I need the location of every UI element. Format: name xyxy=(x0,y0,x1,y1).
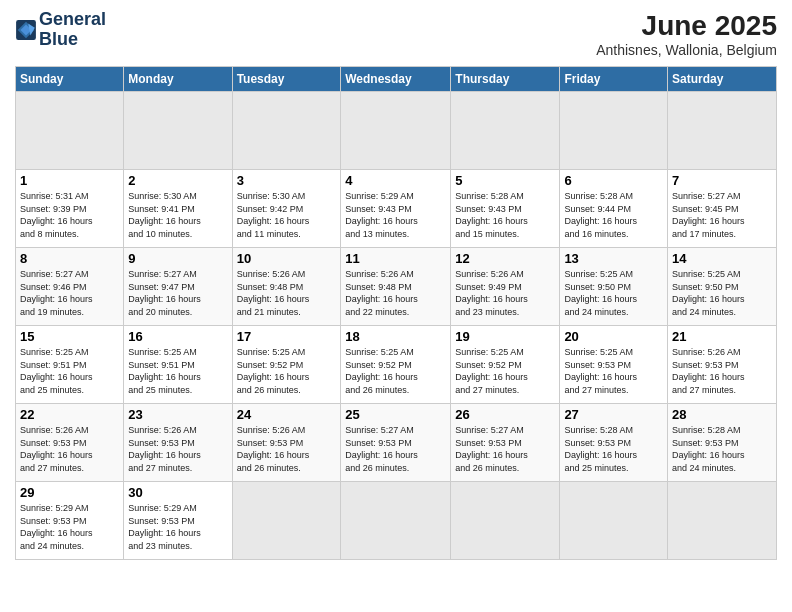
day-number: 23 xyxy=(128,407,227,422)
calendar-body: 1Sunrise: 5:31 AM Sunset: 9:39 PM Daylig… xyxy=(16,92,777,560)
day-info: Sunrise: 5:27 AM Sunset: 9:53 PM Dayligh… xyxy=(455,424,555,474)
day-info: Sunrise: 5:26 AM Sunset: 9:53 PM Dayligh… xyxy=(128,424,227,474)
day-info: Sunrise: 5:27 AM Sunset: 9:46 PM Dayligh… xyxy=(20,268,119,318)
calendar-cell: 27Sunrise: 5:28 AM Sunset: 9:53 PM Dayli… xyxy=(560,404,668,482)
day-info: Sunrise: 5:30 AM Sunset: 9:41 PM Dayligh… xyxy=(128,190,227,240)
header-row: Sunday Monday Tuesday Wednesday Thursday… xyxy=(16,67,777,92)
day-number: 13 xyxy=(564,251,663,266)
calendar-week-1: 1Sunrise: 5:31 AM Sunset: 9:39 PM Daylig… xyxy=(16,170,777,248)
calendar-cell xyxy=(668,92,777,170)
day-number: 2 xyxy=(128,173,227,188)
day-info: Sunrise: 5:29 AM Sunset: 9:53 PM Dayligh… xyxy=(20,502,119,552)
col-wednesday: Wednesday xyxy=(341,67,451,92)
calendar-cell: 21Sunrise: 5:26 AM Sunset: 9:53 PM Dayli… xyxy=(668,326,777,404)
calendar-cell xyxy=(16,92,124,170)
calendar-cell: 19Sunrise: 5:25 AM Sunset: 9:52 PM Dayli… xyxy=(451,326,560,404)
calendar-cell: 25Sunrise: 5:27 AM Sunset: 9:53 PM Dayli… xyxy=(341,404,451,482)
day-number: 27 xyxy=(564,407,663,422)
day-info: Sunrise: 5:27 AM Sunset: 9:53 PM Dayligh… xyxy=(345,424,446,474)
calendar-cell xyxy=(232,482,341,560)
day-info: Sunrise: 5:26 AM Sunset: 9:49 PM Dayligh… xyxy=(455,268,555,318)
col-friday: Friday xyxy=(560,67,668,92)
day-info: Sunrise: 5:25 AM Sunset: 9:51 PM Dayligh… xyxy=(20,346,119,396)
calendar-cell xyxy=(341,92,451,170)
day-number: 25 xyxy=(345,407,446,422)
calendar-cell: 18Sunrise: 5:25 AM Sunset: 9:52 PM Dayli… xyxy=(341,326,451,404)
day-number: 30 xyxy=(128,485,227,500)
day-info: Sunrise: 5:29 AM Sunset: 9:53 PM Dayligh… xyxy=(128,502,227,552)
day-number: 29 xyxy=(20,485,119,500)
day-number: 1 xyxy=(20,173,119,188)
calendar-cell: 9Sunrise: 5:27 AM Sunset: 9:47 PM Daylig… xyxy=(124,248,232,326)
day-number: 9 xyxy=(128,251,227,266)
day-number: 7 xyxy=(672,173,772,188)
calendar-cell: 13Sunrise: 5:25 AM Sunset: 9:50 PM Dayli… xyxy=(560,248,668,326)
day-number: 24 xyxy=(237,407,337,422)
calendar-cell: 14Sunrise: 5:25 AM Sunset: 9:50 PM Dayli… xyxy=(668,248,777,326)
day-info: Sunrise: 5:26 AM Sunset: 9:48 PM Dayligh… xyxy=(237,268,337,318)
calendar-cell: 29Sunrise: 5:29 AM Sunset: 9:53 PM Dayli… xyxy=(16,482,124,560)
calendar-cell: 17Sunrise: 5:25 AM Sunset: 9:52 PM Dayli… xyxy=(232,326,341,404)
day-info: Sunrise: 5:30 AM Sunset: 9:42 PM Dayligh… xyxy=(237,190,337,240)
day-number: 20 xyxy=(564,329,663,344)
page-container: General Blue June 2025 Anthisnes, Wallon… xyxy=(0,0,792,570)
col-thursday: Thursday xyxy=(451,67,560,92)
calendar-cell: 10Sunrise: 5:26 AM Sunset: 9:48 PM Dayli… xyxy=(232,248,341,326)
title-block: June 2025 Anthisnes, Wallonia, Belgium xyxy=(596,10,777,58)
day-info: Sunrise: 5:28 AM Sunset: 9:53 PM Dayligh… xyxy=(672,424,772,474)
day-number: 16 xyxy=(128,329,227,344)
calendar-cell: 11Sunrise: 5:26 AM Sunset: 9:48 PM Dayli… xyxy=(341,248,451,326)
calendar-cell: 15Sunrise: 5:25 AM Sunset: 9:51 PM Dayli… xyxy=(16,326,124,404)
calendar-cell xyxy=(341,482,451,560)
col-monday: Monday xyxy=(124,67,232,92)
day-number: 14 xyxy=(672,251,772,266)
day-number: 22 xyxy=(20,407,119,422)
day-info: Sunrise: 5:31 AM Sunset: 9:39 PM Dayligh… xyxy=(20,190,119,240)
calendar-cell: 12Sunrise: 5:26 AM Sunset: 9:49 PM Dayli… xyxy=(451,248,560,326)
day-number: 15 xyxy=(20,329,119,344)
calendar-cell: 16Sunrise: 5:25 AM Sunset: 9:51 PM Dayli… xyxy=(124,326,232,404)
calendar-cell: 4Sunrise: 5:29 AM Sunset: 9:43 PM Daylig… xyxy=(341,170,451,248)
day-info: Sunrise: 5:25 AM Sunset: 9:50 PM Dayligh… xyxy=(672,268,772,318)
logo: General Blue xyxy=(15,10,106,50)
calendar-week-5: 29Sunrise: 5:29 AM Sunset: 9:53 PM Dayli… xyxy=(16,482,777,560)
calendar-cell xyxy=(560,482,668,560)
day-info: Sunrise: 5:26 AM Sunset: 9:48 PM Dayligh… xyxy=(345,268,446,318)
day-info: Sunrise: 5:28 AM Sunset: 9:53 PM Dayligh… xyxy=(564,424,663,474)
calendar-cell xyxy=(451,482,560,560)
calendar-cell: 6Sunrise: 5:28 AM Sunset: 9:44 PM Daylig… xyxy=(560,170,668,248)
day-number: 28 xyxy=(672,407,772,422)
calendar-cell: 26Sunrise: 5:27 AM Sunset: 9:53 PM Dayli… xyxy=(451,404,560,482)
calendar-cell xyxy=(124,92,232,170)
calendar-cell: 3Sunrise: 5:30 AM Sunset: 9:42 PM Daylig… xyxy=(232,170,341,248)
logo-text: General Blue xyxy=(39,10,106,50)
day-number: 3 xyxy=(237,173,337,188)
day-number: 5 xyxy=(455,173,555,188)
calendar-cell: 7Sunrise: 5:27 AM Sunset: 9:45 PM Daylig… xyxy=(668,170,777,248)
day-info: Sunrise: 5:25 AM Sunset: 9:53 PM Dayligh… xyxy=(564,346,663,396)
day-info: Sunrise: 5:25 AM Sunset: 9:51 PM Dayligh… xyxy=(128,346,227,396)
day-info: Sunrise: 5:27 AM Sunset: 9:45 PM Dayligh… xyxy=(672,190,772,240)
page-header: General Blue June 2025 Anthisnes, Wallon… xyxy=(15,10,777,58)
calendar-cell xyxy=(668,482,777,560)
day-info: Sunrise: 5:25 AM Sunset: 9:52 PM Dayligh… xyxy=(455,346,555,396)
col-tuesday: Tuesday xyxy=(232,67,341,92)
day-number: 10 xyxy=(237,251,337,266)
day-number: 12 xyxy=(455,251,555,266)
day-info: Sunrise: 5:26 AM Sunset: 9:53 PM Dayligh… xyxy=(20,424,119,474)
calendar-cell: 5Sunrise: 5:28 AM Sunset: 9:43 PM Daylig… xyxy=(451,170,560,248)
calendar-cell: 23Sunrise: 5:26 AM Sunset: 9:53 PM Dayli… xyxy=(124,404,232,482)
day-info: Sunrise: 5:26 AM Sunset: 9:53 PM Dayligh… xyxy=(237,424,337,474)
calendar-cell: 22Sunrise: 5:26 AM Sunset: 9:53 PM Dayli… xyxy=(16,404,124,482)
month-title: June 2025 xyxy=(596,10,777,42)
calendar-cell: 30Sunrise: 5:29 AM Sunset: 9:53 PM Dayli… xyxy=(124,482,232,560)
calendar-cell: 24Sunrise: 5:26 AM Sunset: 9:53 PM Dayli… xyxy=(232,404,341,482)
day-number: 19 xyxy=(455,329,555,344)
calendar-cell: 1Sunrise: 5:31 AM Sunset: 9:39 PM Daylig… xyxy=(16,170,124,248)
day-info: Sunrise: 5:26 AM Sunset: 9:53 PM Dayligh… xyxy=(672,346,772,396)
calendar-cell: 20Sunrise: 5:25 AM Sunset: 9:53 PM Dayli… xyxy=(560,326,668,404)
calendar-cell xyxy=(232,92,341,170)
day-number: 6 xyxy=(564,173,663,188)
day-number: 17 xyxy=(237,329,337,344)
calendar-cell: 8Sunrise: 5:27 AM Sunset: 9:46 PM Daylig… xyxy=(16,248,124,326)
